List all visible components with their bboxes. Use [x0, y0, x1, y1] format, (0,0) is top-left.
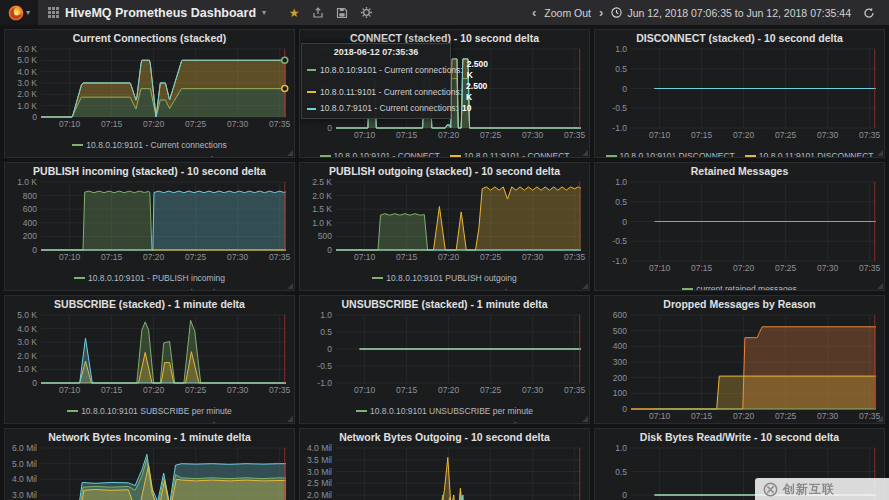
chart[interactable]: 01.0 K2.0 K3.0 K4.0 K5.0 K07:1007:1507:2… — [5, 311, 294, 397]
x-tick-label: 07:30 — [522, 252, 544, 262]
panel-title[interactable]: Network Bytes Incoming - 1 minute delta — [5, 429, 294, 444]
legend-item[interactable]: 10.8.0.10:9101 - PUBLISH incoming — [74, 273, 225, 284]
y-tick-label: 1.5 K — [312, 204, 332, 214]
chart[interactable]: 2.0 Mil3.0 Mil4.0 Mil5.0 Mil6.0 Mil07:10… — [5, 444, 294, 500]
y-tick-label: 400 — [613, 341, 627, 351]
chart[interactable]: -1.0-0.500.51.007:1007:1507:2007:2507:30… — [300, 311, 589, 397]
legend-swatch — [745, 155, 756, 157]
dashboard-picker[interactable]: HiveMQ Prometheus Dashboard ▾ — [38, 0, 276, 25]
legend-item[interactable]: 10.8.0.10:9101 DISCONNECT — [606, 151, 735, 159]
panel-title[interactable]: SUBSCRIBE (stacked) - 1 minute delta — [5, 296, 294, 311]
legend-swatch — [72, 144, 83, 146]
x-tick-label: 07:30 — [817, 411, 839, 421]
tooltip-row: 10.8.0.10:9101 - Current connections:2.5… — [307, 59, 445, 81]
legend-label: 10.8.0.11:9101 SUBSCRIBE per minute — [81, 421, 231, 424]
legend-item[interactable]: 10.8.0.10:9101 - Current connections — [72, 140, 226, 151]
x-tick-label: 07:20 — [438, 385, 460, 395]
legend-item[interactable]: 10.8.0.11:9101 - CONNECT — [450, 151, 570, 159]
time-back-button[interactable]: ‹ — [532, 5, 536, 20]
x-tick-label: 07:10 — [354, 130, 376, 140]
watermark-text: 创新互联 — [783, 481, 835, 498]
legend: 10.8.0.10:9101 PUBLISH outgoing10.8.0.11… — [300, 268, 589, 291]
y-tick-label: 0 — [622, 84, 627, 94]
panel-title[interactable]: Current Connections (stacked) — [5, 30, 294, 45]
chart[interactable]: 1.5 Mil2.0 Mil2.5 Mil3.0 Mil3.5 Mil4.0 M… — [300, 444, 589, 500]
panel-resize-handle[interactable] — [582, 150, 588, 156]
panel-resize-handle[interactable] — [287, 416, 293, 422]
series-area — [41, 191, 286, 250]
panel-resize-handle[interactable] — [287, 283, 293, 289]
legend-item[interactable]: 10.8.0.11:9101 DISCONNECT — [745, 151, 874, 159]
legend-item[interactable]: 10.8.0.11:9101 PUBLISH outgoing — [373, 288, 517, 291]
legend-item[interactable]: 10.8.0.10:9101 SUBSCRIBE per minute — [67, 406, 232, 417]
refresh-button[interactable] — [859, 3, 879, 23]
panel-title[interactable]: PUBLISH incoming (stacked) - 10 second d… — [5, 163, 294, 178]
legend-item[interactable]: 10.8.0.11:9101 SUBSCRIBE per minute — [67, 421, 231, 424]
panel-title-text: Network Bytes Outgoing - 10 second delta — [339, 431, 550, 443]
legend-item[interactable]: current retained messages — [682, 284, 797, 292]
x-tick-label: 07:15 — [396, 252, 418, 262]
y-tick-label: 0.5 — [615, 467, 627, 477]
legend: 10.8.0.10:9101 - CONNECT10.8.0.11:9101 -… — [300, 146, 589, 158]
save-button[interactable] — [332, 3, 352, 23]
panel-resize-handle[interactable] — [287, 150, 293, 156]
legend-label: 10.8.0.10:9101 SUBSCRIBE per minute — [81, 406, 232, 417]
time-range-picker[interactable]: Jun 12, 2018 07:06:35 to Jun 12, 2018 07… — [611, 7, 851, 19]
x-tick-label: 07:35 — [859, 263, 881, 273]
y-tick-label: 500 — [318, 231, 332, 241]
y-tick-label: 4.0 Mil — [12, 474, 37, 484]
legend-item[interactable]: 10.8.0.11:9101 - PUBLISH incoming — [74, 288, 224, 291]
panel-title[interactable]: PUBLISH outgoing (stacked) - 10 second d… — [300, 163, 589, 178]
panel-title[interactable]: Retained Messages — [595, 163, 884, 178]
chart[interactable]: 02004006008001.0 K07:1007:1507:2007:2507… — [5, 178, 294, 264]
panel-resize-handle[interactable] — [877, 150, 883, 156]
y-tick-label: 0 — [622, 490, 627, 500]
legend-item[interactable]: 10.8.0.10:9101 - CONNECT — [320, 151, 440, 159]
panel-title[interactable]: UNSUBSCRIBE (stacked) - 1 minute delta — [300, 296, 589, 311]
x-tick-label: 07:35 — [564, 130, 586, 140]
panel-title[interactable]: Network Bytes Outgoing - 10 second delta — [300, 429, 589, 444]
star-button[interactable]: ★ — [284, 3, 304, 23]
chart[interactable]: 010020030040050060007:1007:1507:2007:250… — [595, 311, 884, 423]
panel-resize-handle[interactable] — [582, 283, 588, 289]
dashboard-title: HiveMQ Prometheus Dashboard — [65, 6, 256, 20]
panel-resize-handle[interactable] — [877, 283, 883, 289]
x-tick-label: 07:20 — [143, 252, 165, 262]
panel-title-text: PUBLISH outgoing (stacked) - 10 second d… — [329, 165, 560, 177]
panel-title-text: UNSUBSCRIBE (stacked) - 1 minute delta — [342, 298, 548, 310]
zoom-out-button[interactable]: Zoom Out — [544, 7, 591, 19]
y-tick-label: -0.5 — [317, 361, 332, 371]
chart[interactable]: -1.0-0.500.51.007:1007:1507:2007:2507:30… — [595, 178, 884, 275]
y-tick-label: 1.0 — [320, 311, 332, 320]
settings-button[interactable] — [356, 3, 376, 23]
time-forward-button[interactable]: › — [599, 5, 603, 20]
panel-title[interactable]: Dropped Messages by Reason — [595, 296, 884, 311]
navbar: ▾ HiveMQ Prometheus Dashboard ▾ ★ — [0, 0, 889, 25]
panel-resize-handle[interactable] — [877, 416, 883, 422]
panel-network-bytes-outgoing-10-second-delta: Network Bytes Outgoing - 10 second delta… — [299, 428, 590, 500]
panel-retained-messages: Retained Messages-1.0-0.500.51.007:1007:… — [594, 162, 885, 291]
legend-item[interactable]: 10.8.0.11:9101 - Current connections — [73, 155, 227, 158]
share-button[interactable] — [308, 3, 328, 23]
x-tick-label: 07:35 — [269, 252, 291, 262]
chart[interactable]: 01.0 K2.0 K3.0 K4.0 K5.0 K6.0 K07:1007:1… — [5, 45, 294, 131]
chevron-down-icon: ▾ — [26, 8, 30, 17]
legend: current retained messages — [595, 279, 884, 291]
chart[interactable]: 05001.0 K1.5 K2.0 K2.5 K07:1007:1507:200… — [300, 178, 589, 264]
panel-connect-stacked-10-second-delta: CONNECT (stacked) - 10 second delta01002… — [299, 29, 590, 158]
y-tick-label: 0 — [622, 404, 627, 414]
legend-item[interactable]: 10.8.0.10:9101 PUBLISH outgoing — [372, 273, 516, 284]
x-tick-label: 07:15 — [396, 385, 418, 395]
panel-title[interactable]: DISCONNECT (stacked) - 10 second delta — [595, 30, 884, 45]
y-tick-label: 1.0 K — [17, 364, 37, 374]
grafana-logo-button[interactable]: ▾ — [0, 0, 38, 25]
legend-label: 10.8.0.10:9101 UNSUBSCRIBE per minute — [370, 406, 533, 417]
panel-resize-handle[interactable] — [582, 416, 588, 422]
panel-title[interactable]: Disk Bytes Read/Write - 10 second delta — [595, 429, 884, 444]
refresh-icon — [863, 7, 875, 19]
legend-item[interactable]: 10.8.0.11:9101 UNSUBSCRIBE per minute — [356, 421, 532, 424]
y-tick-label: 0 — [32, 112, 37, 122]
y-tick-label: 4.0 Mil — [307, 444, 332, 453]
chart[interactable]: -1.0-0.500.51.007:1007:1507:2007:2507:30… — [595, 45, 884, 142]
legend-item[interactable]: 10.8.0.10:9101 UNSUBSCRIBE per minute — [356, 406, 533, 417]
